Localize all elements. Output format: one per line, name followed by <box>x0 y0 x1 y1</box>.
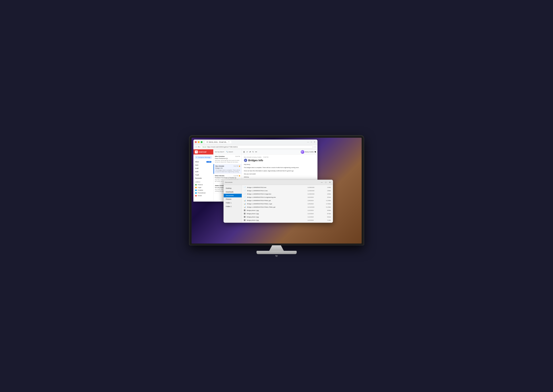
fm-sidebar-folder2[interactable]: Folder 2 <box>224 205 242 208</box>
file-icon: 📄 <box>244 186 246 188</box>
fm-sidebar-desktop[interactable]: Desktop <box>224 186 242 190</box>
file-icon: 🖼 <box>244 216 245 218</box>
file-size: 5,129kb <box>322 206 331 208</box>
maximize-dot[interactable] <box>201 141 203 143</box>
fm-file-row[interactable]: 🖼Bridge-photo-1.jpg11/2/2020945kb <box>242 209 333 212</box>
fm-minimize-btn[interactable]: — <box>320 181 323 184</box>
address-bar[interactable]: Secure https://smail.mail/10300/nrgdrive… <box>201 145 313 149</box>
fm-file-row[interactable]: 🖼Bridge-photo-3.jpg11/2/2020931kb <box>242 215 333 218</box>
mail-logo-text: smail.mail <box>198 151 207 153</box>
delete-btn[interactable]: 🗑 <box>243 151 245 153</box>
fm-file-row[interactable]: 📄Bridge-1-1606650437616-3-engineering.do… <box>242 196 333 199</box>
user-badge[interactable]: AC Avery Colette ▾ <box>301 150 316 154</box>
fm-sidebar-documents[interactable]: Documents <box>224 194 242 197</box>
fm-close-btn[interactable]: ✕ <box>329 181 331 184</box>
file-name: Bridge-1-1606650437616-FINAL-2.ppt <box>247 203 306 205</box>
fm-file-row[interactable]: 📄Bridge-1-1606650437616-2-legal.doc11/30… <box>242 192 333 196</box>
mail-item-1-header: Nico Schultz 5:01 PM <box>216 165 240 167</box>
compose-button[interactable]: ✏ Compose Message <box>195 156 212 159</box>
mail-subject-view: N Bridges Info <box>244 159 315 162</box>
file-date: 11/2/2020 <box>308 216 320 218</box>
address-text: https://smail.mail/10300/nrgdrive/77389.… <box>207 146 238 148</box>
close-dot[interactable] <box>195 141 197 143</box>
label-legal[interactable]: Legal <box>193 186 213 189</box>
win-close-btn[interactable]: ✕ <box>314 141 316 143</box>
search-btn[interactable]: 🔍 Search <box>226 151 233 153</box>
file-date: 11/2/2020 <box>308 213 320 215</box>
sidebar-item-trash[interactable]: Trash <box>193 173 213 177</box>
refresh-btn[interactable]: ↻ <box>198 146 200 148</box>
subject-0: Parks Photoshoot Q1 <box>215 158 240 159</box>
preview-1: The bridges deck is complete. There will… <box>216 169 240 173</box>
sidebar-item-sent[interactable]: Sent <box>193 163 213 167</box>
forward-btn[interactable]: › <box>196 146 197 148</box>
fm-sidebar-folder1[interactable]: Folder 1 <box>224 201 242 205</box>
secure-badge: Secure <box>202 146 206 147</box>
fm-file-row[interactable]: 📄Bridge-1-1606650437616.doc11/30/2020144… <box>242 186 333 189</box>
fm-file-row[interactable]: 🖼Bridge-photo-2.jpg11/2/2020872kb <box>242 212 333 215</box>
creative-label: Creative <box>198 189 203 191</box>
fm-sidebar-pictures[interactable]: Pictures <box>224 197 242 201</box>
file-size: 931kb <box>322 216 331 218</box>
draft-label: Draft <box>195 168 198 169</box>
file-date: 12/12/2020 <box>308 206 320 208</box>
fm-file-row[interactable]: 📊Bridge-1-1606650437616-FINAL.ppt12/8/20… <box>242 199 333 202</box>
sidebar-item-junk[interactable]: Junk <box>193 170 213 173</box>
back-btn[interactable]: ‹ <box>195 146 196 148</box>
file-date: 12/2/2020 <box>308 196 320 198</box>
file-size: 158kb <box>322 190 331 191</box>
fm-file-row[interactable]: 📊Bridge-1-1606650437616-FINAL-2.ppt12/9/… <box>242 202 333 205</box>
fm-file-row[interactable]: 📊Bridge-1-1606650437616-FINAL-FINAL.ppt1… <box>242 205 333 209</box>
time-0: 5:06 PM <box>235 156 240 157</box>
browser-tab[interactable]: ✉ SMAIL.MAIL - Email Inb... ✕ <box>205 141 231 143</box>
win-minimize-btn[interactable]: — <box>307 141 309 143</box>
mail-sidebar: ✉ smail.mail ✏ Compose Message Inbox 1,9… <box>193 149 213 202</box>
preview-0: Hey team, we've got the first round of s… <box>215 160 240 163</box>
mail-signature: Anthony <box>244 176 315 178</box>
sidebar-item-reminder[interactable]: Reminder <box>193 177 213 180</box>
inbox-label: Inbox <box>195 161 199 163</box>
fm-sidebar-downloads[interactable]: Downloads <box>224 190 242 194</box>
inbox-badge: 1,939 <box>206 161 211 163</box>
file-icon: 📄 <box>244 193 246 195</box>
undo-btn[interactable]: ↩ <box>246 151 248 153</box>
fm-files: 📄Bridge-1-1606650437616.doc11/30/2020144… <box>242 185 333 223</box>
file-name: Bridge-photo-2.jpg <box>247 213 306 215</box>
browser-win-controls: — □ ✕ <box>307 141 316 143</box>
mail-item-0[interactable]: Allie Christine 5:06 PM Parks Photoshoot… <box>213 154 242 164</box>
mail-list-header: Sort by Date ▾ 🔍 Search <box>213 149 242 154</box>
label-creative[interactable]: Creative <box>193 189 213 191</box>
browser-addressbar: ‹ › ↻ Secure https://smail.mail/10300/nr… <box>193 145 317 149</box>
file-date: 12/8/2020 <box>308 200 320 201</box>
fm-content: Desktop Downloads Documents Pictures Fol… <box>224 185 333 223</box>
refresh-btn[interactable]: ↻ <box>252 151 254 153</box>
more-options-btn[interactable]: ••• <box>255 151 257 153</box>
mail-subject-text: Bridges Info <box>248 159 263 162</box>
minimize-dot[interactable] <box>198 141 200 143</box>
subject-1: Bridges Info <box>216 167 240 169</box>
mail-from-info: Nico Schultz to Avery Colette 5:06 PM <box>244 156 315 158</box>
more-btn[interactable]: ⋮ <box>314 146 316 148</box>
tab-close[interactable]: ✕ <box>228 141 230 143</box>
file-size: 713kb <box>322 219 331 221</box>
file-name: Bridge-1-1606650437616-FINAL-FINAL.ppt <box>247 206 306 208</box>
redo-btn[interactable]: ⇄ <box>249 151 251 153</box>
fm-file-row[interactable]: 📄Bridge-1-1606650437616-2.doc11/30/20201… <box>242 189 333 192</box>
file-icon: 📄 <box>244 196 246 198</box>
file-name: Bridge-1-1606650437616-2.doc <box>247 190 306 191</box>
sort-by-date-btn[interactable]: Sort by Date ▾ <box>215 151 224 153</box>
sidebar-item-draft[interactable]: Draft <box>193 167 213 170</box>
file-name: Bridge-photo-1.jpg <box>247 210 306 211</box>
mail-body1: The bridges deck is complete. There will… <box>244 167 315 168</box>
win-maximize-btn[interactable]: □ <box>310 141 313 143</box>
label-promotional[interactable]: Promotional <box>193 191 213 194</box>
sidebar-item-inbox[interactable]: Inbox 1,939 <box>193 160 213 163</box>
label-finance[interactable]: Finance <box>193 183 213 186</box>
fm-file-row[interactable]: 🖼Bridge-photo-4.jpg11/2/2020713kb <box>242 218 333 222</box>
mail-logo: ✉ smail.mail <box>193 149 213 154</box>
mail-item-1[interactable]: Nico Schultz 5:01 PM Bridges Info The br… <box>213 164 242 174</box>
fm-maximize-btn[interactable]: □ <box>324 181 327 184</box>
compose-icon: ✏ <box>196 156 197 158</box>
file-name: Bridge-photo-3.jpg <box>247 216 306 218</box>
label-social[interactable]: Social <box>193 194 213 197</box>
